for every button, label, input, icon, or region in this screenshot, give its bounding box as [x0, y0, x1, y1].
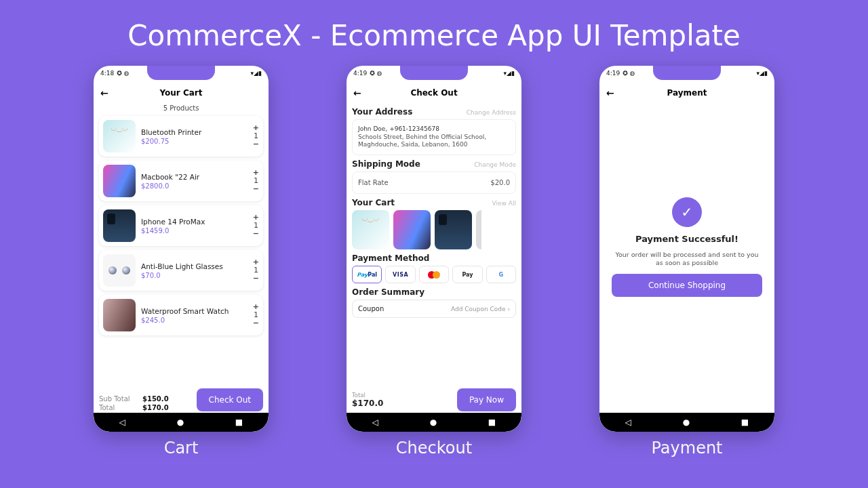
total-value: $170.0 — [352, 399, 383, 408]
product-name: Macbook "22 Air — [141, 173, 248, 181]
status-time: 4:18 — [100, 70, 114, 77]
coupon-label: Coupon — [358, 305, 384, 312]
success-check-icon: ✓ — [672, 197, 702, 227]
android-nav: ◁●■ — [599, 413, 774, 432]
cart-item[interactable]: Iphone 14 ProMax$1459.0+1− — [99, 205, 263, 246]
address-card[interactable]: John Doe, +961-12345678 Schools Street, … — [352, 119, 516, 155]
caption-checkout: Checkout — [396, 439, 472, 458]
phone-notch — [400, 66, 468, 80]
cart-thumb-printer[interactable] — [352, 210, 389, 249]
cart-thumb-more[interactable] — [476, 210, 481, 249]
address-line1: Schools Street, Behind the Official Scho… — [358, 134, 510, 142]
caption-payment: Payment — [651, 439, 722, 458]
pm-mastercard[interactable] — [419, 266, 449, 283]
nav-back-icon[interactable]: ◁ — [119, 418, 125, 427]
caption-cart: Cart — [164, 439, 199, 458]
address-line2: Maghdouche, Saida, Lebanon, 1600 — [358, 141, 510, 149]
total-label: Total — [352, 392, 383, 399]
address-name: John Doe, +961-12345678 — [358, 125, 510, 134]
nav-back-icon[interactable]: ◁ — [372, 418, 378, 427]
android-nav: ◁●■ — [94, 413, 269, 432]
phone-notch — [653, 66, 721, 80]
wifi-icon: ▾◢▮ — [504, 70, 515, 77]
pay-now-button[interactable]: Pay Now — [457, 388, 516, 411]
header-title: Your Cart — [159, 88, 202, 98]
status-time: 4:19 — [353, 70, 367, 77]
payment-methods: PayPal VISA Pay G — [352, 266, 516, 283]
app-header: ← Check Out — [347, 83, 521, 103]
cart-item[interactable]: Anti-Blue Light Glasses$70.0+1− — [99, 250, 263, 291]
nav-recent-icon[interactable]: ■ — [741, 418, 749, 427]
continue-shopping-button[interactable]: Continue Shopping — [612, 274, 762, 297]
your-cart-heading: Your Cart — [352, 198, 395, 207]
header-title: Payment — [667, 88, 707, 98]
cart-footer: Sub Total$150.0 Total$170.0 Check Out — [99, 388, 263, 411]
qty-minus-button[interactable]: − — [253, 185, 259, 193]
address-heading: Your Address — [352, 107, 412, 117]
nav-home-icon[interactable]: ● — [430, 418, 437, 427]
cart-item[interactable]: Waterproof Smart Watch$245.0+1− — [99, 295, 263, 336]
status-icon: ✪ ◍ — [623, 70, 635, 77]
checkout-button[interactable]: Check Out — [197, 388, 263, 411]
pm-visa[interactable]: VISA — [385, 266, 415, 283]
cart-thumb-macbook[interactable] — [393, 210, 431, 249]
product-name: Anti-Blue Light Glasses — [141, 262, 248, 270]
nav-recent-icon[interactable]: ■ — [235, 418, 243, 427]
cart-item[interactable]: Bluetooth Printer$200.75+1− — [99, 116, 263, 157]
qty-minus-button[interactable]: − — [253, 319, 259, 327]
status-time: 4:19 — [606, 70, 620, 77]
back-icon[interactable]: ← — [100, 87, 108, 98]
change-address-link[interactable]: Change Address — [467, 109, 516, 116]
product-price: $70.0 — [141, 272, 248, 279]
nav-home-icon[interactable]: ● — [177, 418, 184, 427]
coupon-row[interactable]: Coupon Add Coupon Code › — [352, 300, 516, 318]
phone-cart: 4:18✪ ◍ ▾◢▮ ← Your Cart 5 Products Bluet… — [94, 66, 269, 432]
wifi-icon: ▾◢▮ — [757, 70, 768, 77]
phone-checkout: 4:19✪ ◍ ▾◢▮ ← Check Out Your AddressChan… — [347, 66, 521, 432]
phone-payment: 4:19✪ ◍ ▾◢▮ ← Payment ✓ Payment Successf… — [599, 66, 774, 432]
android-nav: ◁●■ — [347, 413, 521, 432]
status-icon: ✪ ◍ — [117, 70, 129, 77]
qty-minus-button[interactable]: − — [253, 140, 259, 148]
product-thumb — [103, 254, 136, 287]
shipping-mode: Flat Rate — [358, 179, 389, 186]
pm-applepay[interactable]: Pay — [452, 266, 482, 283]
header-title: Check Out — [410, 88, 457, 98]
product-thumb — [103, 209, 136, 242]
pm-paypal[interactable]: PayPal — [352, 266, 382, 283]
product-thumb — [103, 120, 136, 152]
wifi-icon: ▾◢▮ — [251, 70, 262, 77]
payment-success-message: Your order will be processed and sent to… — [612, 251, 762, 268]
product-name: Bluetooth Printer — [141, 128, 248, 136]
product-thumb — [103, 299, 136, 331]
qty-minus-button[interactable]: − — [253, 230, 259, 238]
pm-google[interactable]: G — [486, 266, 516, 283]
shipping-card[interactable]: Flat Rate$20.0 — [352, 171, 516, 194]
change-mode-link[interactable]: Change Mode — [474, 161, 516, 168]
subtotal-value: $150.0 — [142, 395, 169, 403]
product-price: $1459.0 — [141, 227, 248, 235]
qty-minus-button[interactable]: − — [253, 274, 259, 283]
total-value: $170.0 — [142, 404, 169, 411]
cart-thumbs[interactable] — [352, 210, 516, 249]
nav-recent-icon[interactable]: ■ — [488, 418, 496, 427]
order-summary-heading: Order Summary — [352, 287, 425, 297]
shipping-heading: Shipping Mode — [352, 159, 420, 169]
nav-home-icon[interactable]: ● — [683, 418, 690, 427]
product-name: Waterproof Smart Watch — [141, 307, 248, 315]
product-name: Iphone 14 ProMax — [141, 218, 248, 226]
status-icon: ✪ ◍ — [370, 70, 382, 77]
page-title: CommerceX - Ecommerce App UI Template — [0, 19, 868, 52]
product-price: $2800.0 — [141, 182, 248, 190]
back-icon[interactable]: ← — [606, 87, 614, 98]
add-coupon-link[interactable]: Add Coupon Code › — [451, 306, 510, 312]
shipping-price: $20.0 — [490, 179, 510, 186]
back-icon[interactable]: ← — [353, 87, 361, 98]
phone-notch — [147, 66, 215, 80]
cart-thumb-iphone[interactable] — [435, 210, 472, 249]
nav-back-icon[interactable]: ◁ — [625, 418, 631, 427]
payment-success-title: Payment Successful! — [635, 234, 738, 244]
cart-item[interactable]: Macbook "22 Air$2800.0+1− — [99, 161, 263, 201]
cart-list: Bluetooth Printer$200.75+1−Macbook "22 A… — [99, 116, 263, 336]
view-all-link[interactable]: View All — [492, 200, 516, 207]
